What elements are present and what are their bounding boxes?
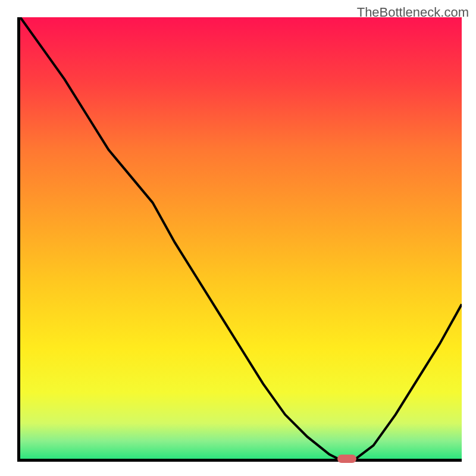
- plot-area: [17, 17, 462, 462]
- bottleneck-curve: [20, 17, 462, 459]
- optimal-marker: [337, 455, 356, 463]
- chart-container: TheBottleneck.com: [0, 0, 476, 476]
- curve-path: [20, 17, 462, 459]
